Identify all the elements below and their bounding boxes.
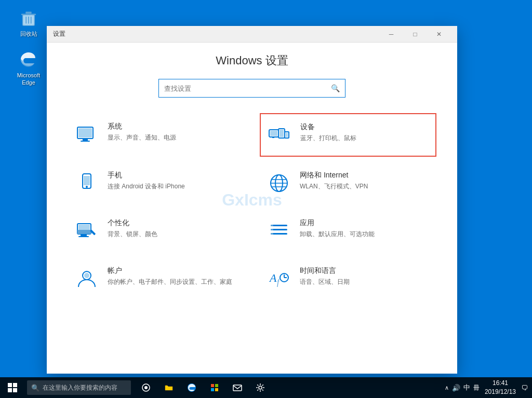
settings-item-time-language[interactable]: A f 时间和语言 语音、区域、日期 [260,257,436,300]
settings-item-system[interactable]: 系统 显示、声音、通知、电源 [68,113,244,157]
taskbar-notification[interactable]: 🗨 [521,384,528,392]
devices-name: 设备 [300,122,356,132]
settings-item-network[interactable]: 网络和 Internet WLAN、飞行模式、VPN [260,162,436,204]
recycle-bin-label: 回收站 [20,30,37,37]
window-controls: ─ □ ✕ [379,26,451,43]
taskbar-mail[interactable] [227,377,248,398]
phone-icon [74,171,99,196]
taskbar-settings[interactable] [249,377,271,398]
settings-title: Windows 设置 [68,53,436,68]
minimize-button[interactable]: ─ [379,26,403,43]
taskbar-task-view[interactable] [135,377,157,398]
search-container: 🔍 [68,79,436,98]
edge-label: Microsoft Edge [17,72,41,87]
accounts-text: 帐户 你的帐户、电子邮件、同步设置、工作、家庭 [108,266,232,286]
taskbar-date: 2019/12/13 [485,388,516,396]
svg-rect-55 [233,385,242,391]
svg-rect-45 [13,383,17,387]
svg-rect-47 [13,388,17,392]
svg-rect-9 [81,141,90,142]
phone-text: 手机 连接 Android 设备和 iPhone [108,171,185,191]
network-icon [267,171,291,196]
svg-point-56 [259,386,262,389]
svg-text:A: A [269,271,277,284]
personalization-name: 个性化 [108,218,157,228]
settings-item-personalization[interactable]: 个性化 背景、锁屏、颜色 [68,210,244,252]
accounts-name: 帐户 [108,266,232,276]
devices-text: 设备 蓝牙、打印机、鼠标 [300,122,356,143]
taskbar-lang[interactable]: 中 [463,383,470,392]
svg-rect-17 [272,137,274,138]
system-text: 系统 显示、声音、通知、电源 [108,122,176,142]
taskbar-right: ∧ 🔊 中 冊 16:41 2019/12/13 🗨 [445,379,532,396]
apps-text: 应用 卸载、默认应用、可选功能 [300,218,375,239]
edge-image [18,49,39,70]
phone-desc: 连接 Android 设备和 iPhone [108,182,185,191]
time-language-desc: 语音、区域、日期 [300,278,350,286]
search-icon: 🔍 [331,84,340,92]
start-button[interactable] [0,377,25,398]
settings-grid: 系统 显示、声音、通知、电源 [68,113,436,300]
svg-rect-35 [271,229,273,230]
personalization-icon [74,218,99,243]
recycle-bin-image [18,7,39,28]
apps-name: 应用 [300,218,375,228]
accounts-desc: 你的帐户、电子邮件、同步设置、工作、家庭 [108,278,232,286]
personalization-desc: 背景、锁屏、颜色 [108,230,157,239]
system-desc: 显示、声音、通知、电源 [108,133,176,142]
svg-point-38 [84,273,89,278]
taskbar-search[interactable]: 🔍 在这里输入你要搜索的内容 [27,380,131,395]
svg-rect-28 [81,234,87,236]
svg-rect-46 [8,388,12,392]
taskbar-search-icon: 🔍 [31,384,39,392]
time-language-name: 时间和语言 [300,266,350,276]
system-icon [74,122,99,147]
svg-rect-14 [280,130,284,137]
taskbar-items [135,377,271,398]
taskbar-clock[interactable]: 16:41 2019/12/13 [482,379,519,396]
svg-point-49 [144,386,148,389]
taskbar-store[interactable] [204,377,225,398]
recycle-bin-icon[interactable]: 回收站 [10,5,47,39]
apps-desc: 卸载、默认应用、可选功能 [300,230,375,239]
personalization-text: 个性化 背景、锁屏、颜色 [108,218,157,239]
taskbar-search-text: 在这里输入你要搜索的内容 [43,383,117,392]
search-input[interactable] [164,85,331,92]
accounts-icon [74,266,99,291]
settings-item-apps[interactable]: 应用 卸载、默认应用、可选功能 [260,210,436,252]
taskbar-speaker[interactable]: 🔊 [452,384,460,392]
maximize-button[interactable]: □ [403,26,427,43]
settings-item-phone[interactable]: 手机 连接 Android 设备和 iPhone [68,162,244,204]
svg-rect-52 [215,384,218,387]
taskbar: 🔍 在这里输入你要搜索的内容 [0,377,532,398]
svg-rect-34 [271,225,273,226]
svg-rect-2 [25,12,31,14]
taskbar-sys-icons: ∧ 🔊 中 冊 [445,383,480,392]
settings-content: Windows 设置 🔍 GxIcms [47,43,457,374]
time-language-text: 时间和语言 语音、区域、日期 [300,266,350,286]
devices-icon [267,122,292,147]
settings-item-accounts[interactable]: 帐户 你的帐户、电子邮件、同步设置、工作、家庭 [68,257,244,300]
window-title: 设置 [53,30,65,38]
taskbar-file-explorer[interactable] [158,377,180,398]
apps-icon [267,218,291,243]
svg-rect-10 [78,128,92,138]
svg-rect-29 [78,236,89,237]
devices-desc: 蓝牙、打印机、鼠标 [300,134,356,143]
svg-rect-53 [211,388,214,391]
taskbar-chevron[interactable]: ∧ [445,385,449,391]
search-box[interactable]: 🔍 [158,79,345,98]
svg-rect-36 [271,233,273,235]
svg-point-20 [86,186,88,188]
taskbar-time: 16:41 [485,379,516,388]
edge-icon[interactable]: Microsoft Edge [10,47,47,89]
title-bar: 设置 ─ □ ✕ [47,26,457,43]
taskbar-edge[interactable] [181,377,203,398]
network-desc: WLAN、飞行模式、VPN [300,182,368,191]
svg-rect-1 [21,13,36,15]
taskbar-input-mode[interactable]: 冊 [473,383,480,392]
svg-rect-12 [270,131,277,136]
settings-item-devices[interactable]: 设备 蓝牙、打印机、鼠标 [260,113,436,157]
close-button[interactable]: ✕ [427,26,451,43]
network-text: 网络和 Internet WLAN、飞行模式、VPN [300,171,368,191]
